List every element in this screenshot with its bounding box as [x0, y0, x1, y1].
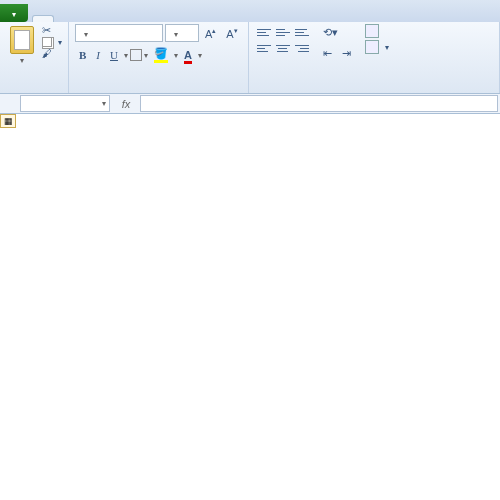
align-left-button[interactable]: [255, 40, 273, 56]
brush-icon: [42, 48, 54, 60]
decrease-indent-button[interactable]: ⇤: [319, 45, 336, 62]
font-color-button[interactable]: A: [180, 47, 196, 63]
name-box[interactable]: ▾: [20, 95, 110, 112]
format-painter-button[interactable]: [42, 48, 62, 60]
paste-button[interactable]: ▾: [6, 24, 38, 67]
align-top-button[interactable]: [255, 24, 273, 40]
cut-button[interactable]: [42, 24, 62, 36]
orientation-button[interactable]: ⟲▾: [319, 24, 355, 41]
italic-button[interactable]: I: [92, 47, 104, 63]
merge-icon: [365, 40, 379, 54]
chevron-down-icon: ▾: [102, 99, 106, 108]
fill-color-button[interactable]: 🪣: [150, 45, 172, 65]
border-button[interactable]: [130, 49, 142, 61]
bucket-icon: 🪣: [154, 47, 168, 63]
wrap-text-icon: [365, 24, 379, 38]
chevron-down-icon: ▾: [12, 10, 16, 19]
tab-file[interactable]: ▾: [0, 4, 28, 22]
formula-input[interactable]: [140, 95, 498, 112]
group-font: A▴ A▾ B I U▾ ▾ 🪣▾ A▾: [69, 22, 249, 93]
chevron-down-icon: [174, 28, 178, 39]
font-name-select[interactable]: [75, 24, 163, 42]
ribbon-tabs: ▾: [0, 0, 500, 22]
font-size-select[interactable]: [165, 24, 199, 42]
shrink-font-button[interactable]: A▾: [222, 25, 241, 42]
align-center-button[interactable]: [274, 40, 292, 56]
autofill-options-button[interactable]: ▦: [0, 114, 16, 128]
tab-home[interactable]: [32, 15, 54, 22]
ribbon: ▾ ▾ A▴ A▾ B I U▾ ▾ 🪣▾ A▾: [0, 22, 500, 94]
merge-center-button[interactable]: ▾: [365, 40, 389, 54]
wrap-text-button[interactable]: [365, 24, 389, 38]
align-middle-button[interactable]: [274, 24, 292, 40]
grow-font-button[interactable]: A▴: [201, 25, 220, 42]
copy-icon: [42, 37, 52, 47]
increase-indent-button[interactable]: ⇥: [338, 45, 355, 62]
horizontal-align: [255, 40, 311, 56]
fx-icon[interactable]: fx: [114, 94, 138, 113]
vertical-align: [255, 24, 311, 40]
group-alignment: ⟲▾ ⇤ ⇥ ▾: [249, 22, 500, 93]
bold-button[interactable]: B: [75, 47, 90, 63]
underline-button[interactable]: U: [106, 47, 122, 63]
group-label-alignment: [255, 92, 493, 93]
group-clipboard: ▾ ▾: [0, 22, 69, 93]
align-right-button[interactable]: [293, 40, 311, 56]
group-label-clipboard: [6, 92, 62, 93]
copy-button[interactable]: ▾: [42, 37, 62, 47]
paste-icon: [10, 26, 34, 54]
group-label-font: [75, 92, 242, 93]
align-bottom-button[interactable]: [293, 24, 311, 40]
formula-bar-row: ▾ fx: [0, 94, 500, 114]
scissors-icon: [42, 24, 54, 36]
chevron-down-icon: ▾: [20, 56, 24, 65]
chevron-down-icon: [84, 28, 88, 39]
